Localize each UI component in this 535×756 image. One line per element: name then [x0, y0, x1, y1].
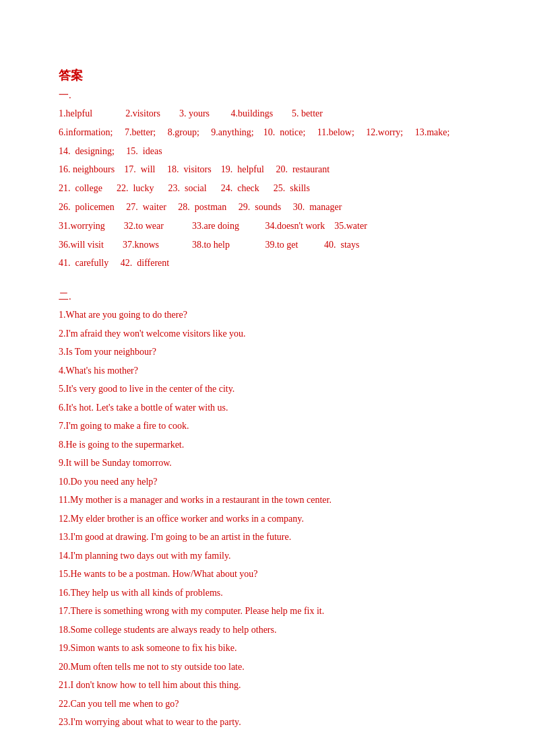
sentence-line: 21.I don't know how to tell him about th… [59, 677, 476, 694]
answer-line: 6.information; 7.better; 8.group; 9.anyt… [59, 125, 476, 141]
answer-line: 36.will visit 37.knows 38.to help 39.to … [59, 237, 476, 253]
answer-line: 1.helpful 2.visitors 3. yours 4.building… [59, 106, 476, 122]
section-one-label: 一. [59, 89, 476, 102]
section-two-label: 二. [59, 290, 476, 303]
sentence-line: 23.I'm worrying about what to wear to th… [59, 714, 476, 731]
sentence-line: 14.I'm planning two days out with my fam… [59, 548, 476, 565]
answer-line: 26. policemen 27. waiter 28. postman 29.… [59, 199, 476, 215]
answer-line: 41. carefully 42. different [59, 255, 476, 271]
sentence-line: 5.It's very good to live in the center o… [59, 381, 476, 398]
sentence-line: 10.Do you need any help? [59, 474, 476, 491]
section-two: 二. 1.What are you going to do there?2.I'… [59, 290, 476, 731]
answer-line: 21. college 22. lucky 23. social 24. che… [59, 180, 476, 197]
page-title: 答案 [59, 67, 476, 83]
sentence-line: 9.It will be Sunday tomorrow. [59, 455, 476, 472]
sentence-line: 1.What are you going to do there? [59, 307, 476, 324]
sentence-line: 11.My mother is a manager and works in a… [59, 492, 476, 509]
sentence-line: 15.He wants to be a postman. How/What ab… [59, 566, 476, 583]
sentence-line: 4.What's his mother? [59, 363, 476, 380]
sentence-line: 7.I'm going to make a fire to cook. [59, 418, 476, 435]
sentence-line: 20.Mum often tells me not to sty outside… [59, 659, 476, 676]
sentence-line: 16.They help us with all kinds of proble… [59, 585, 476, 602]
section-one-content: 1.helpful 2.visitors 3. yours 4.building… [59, 106, 476, 271]
sentence-line: 19.Simon wants to ask someone to fix his… [59, 640, 476, 657]
sentence-line: 12.My elder brother is an office worker … [59, 511, 476, 528]
sentence-line: 17.There is something wrong with my comp… [59, 603, 476, 620]
answer-line: 14. designing; 15. ideas [59, 143, 476, 160]
sentence-line: 8.He is going to the supermarket. [59, 437, 476, 454]
sentence-line: 22.Can you tell me when to go? [59, 696, 476, 713]
answer-line: 31.worrying 32.to wear 33.are doing 34.d… [59, 218, 476, 234]
sentence-line: 3.Is Tom your neighbour? [59, 344, 476, 361]
sentence-line: 2.I'm afraid they won't welcome visitors… [59, 326, 476, 343]
sentence-line: 18.Some college students are always read… [59, 622, 476, 639]
section-two-content: 1.What are you going to do there?2.I'm a… [59, 307, 476, 731]
sentence-line: 6.It's hot. Let's take a bottle of water… [59, 400, 476, 417]
answer-line: 16. neighbours 17. will 18. visitors 19.… [59, 162, 476, 178]
sentence-line: 13.I'm good at drawing. I'm going to be … [59, 529, 476, 546]
